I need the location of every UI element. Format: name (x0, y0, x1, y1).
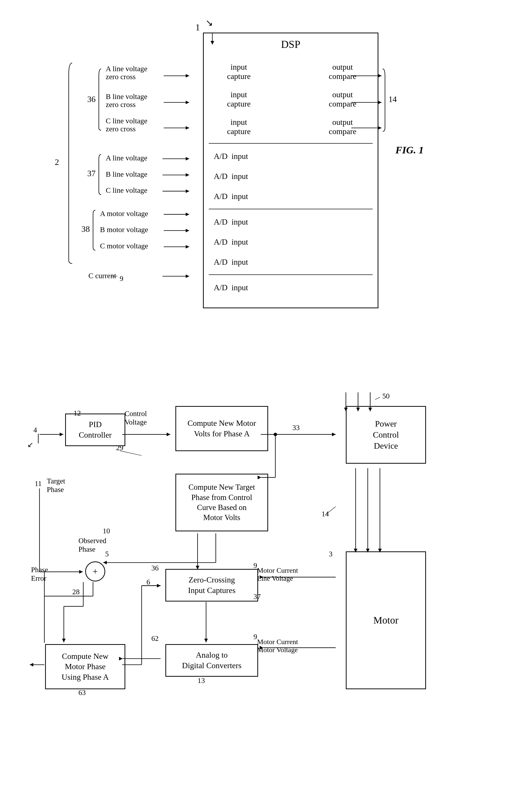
svg-text:zero cross: zero cross (106, 100, 136, 109)
power-control-box: PowerControlDevice (346, 406, 426, 464)
svg-text:Motor Current: Motor Current (257, 638, 298, 646)
input-cap-b: inputcapture (214, 90, 264, 109)
svg-line-48 (120, 451, 141, 455)
dsp-row-b: inputcapture outputcompare (204, 86, 378, 113)
dsp-row-a: inputcapture outputcompare (204, 58, 378, 86)
compute-motor-volts-box: Compute New MotorVolts for Phase A (175, 406, 268, 451)
dsp-row-c: inputcapture outputcompare (204, 113, 378, 140)
input-cap-c: inputcapture (214, 117, 264, 136)
svg-text:Phase: Phase (31, 566, 48, 574)
svg-text:Motor Voltage: Motor Voltage (257, 646, 298, 654)
svg-text:2: 2 (55, 157, 59, 167)
compute-target-phase-box: Compute New TargetPhase from ControlCurv… (175, 474, 268, 531)
fig1-arrow-1: ↘ (206, 18, 213, 28)
pid-controller-box: PIDController (65, 414, 125, 446)
svg-text:A line voltage: A line voltage (106, 65, 147, 73)
output-cmp-c: outputcompare (318, 117, 367, 136)
svg-text:Phase: Phase (47, 486, 64, 493)
motor-box: Motor (346, 551, 426, 689)
dsp-title: DSP (204, 38, 378, 50)
svg-text:↙: ↙ (27, 441, 33, 449)
svg-text:Motor Current: Motor Current (257, 566, 298, 574)
fig1-container: 1 ↘ DSP inputcapture outputcompare input… (20, 15, 512, 366)
dsp-ad-row-1c: A/D input (204, 186, 378, 206)
output-cmp-a: outputcompare (318, 62, 367, 81)
svg-text:Control: Control (125, 410, 147, 418)
fig1-arrow-label: 1 (195, 22, 200, 33)
svg-text:C current: C current (89, 272, 116, 280)
svg-text:6: 6 (147, 578, 150, 586)
svg-text:14: 14 (388, 94, 397, 104)
analog-digital-box: Analog toDigital Converters (165, 644, 258, 677)
dsp-divider-2 (209, 209, 373, 209)
svg-text:36: 36 (151, 564, 159, 572)
svg-text:33: 33 (292, 423, 300, 432)
dsp-box: DSP inputcapture outputcompare inputcapt… (203, 33, 378, 308)
zero-crossing-box: Zero-CrossingInput Captures (165, 569, 258, 602)
svg-text:37: 37 (87, 169, 95, 178)
svg-text:4: 4 (33, 426, 37, 434)
svg-text:10: 10 (103, 527, 110, 535)
svg-text:zero cross: zero cross (106, 73, 136, 81)
svg-text:9: 9 (253, 562, 258, 569)
svg-text:62: 62 (151, 635, 159, 642)
svg-text:28: 28 (72, 588, 80, 596)
svg-point-50 (274, 433, 277, 436)
svg-text:3: 3 (329, 550, 332, 558)
svg-text:Observed: Observed (78, 536, 107, 545)
svg-text:63: 63 (78, 688, 86, 697)
dsp-ad-row-2c: A/D input (204, 252, 378, 272)
svg-text:36: 36 (87, 94, 95, 104)
svg-text:A line voltage: A line voltage (106, 154, 147, 162)
svg-text:A motor voltage: A motor voltage (100, 210, 148, 217)
svg-text:Line Voltage: Line Voltage (257, 574, 293, 582)
svg-text:B line voltage: B line voltage (106, 170, 147, 178)
dsp-ad-row-1b: A/D input (204, 166, 378, 186)
svg-text:11: 11 (35, 479, 42, 488)
svg-text:FIG.  1: FIG. 1 (395, 144, 424, 156)
svg-text:9: 9 (253, 632, 258, 641)
svg-text:Target: Target (47, 477, 65, 485)
svg-text:B motor voltage: B motor voltage (100, 226, 148, 233)
svg-text:38: 38 (81, 224, 90, 233)
svg-text:Phase: Phase (78, 545, 95, 553)
dsp-ad-row-current: A/D input (204, 278, 378, 298)
svg-text:14: 14 (322, 510, 329, 518)
fig2-container: PIDController Compute New MotorVolts for… (20, 381, 512, 795)
svg-text:C line voltage: C line voltage (106, 117, 147, 125)
svg-text:5: 5 (105, 550, 109, 558)
dsp-ad-row-2a: A/D input (204, 212, 378, 232)
dsp-ad-row-2b: A/D input (204, 232, 378, 252)
svg-line-64 (375, 397, 380, 400)
svg-line-58 (326, 507, 336, 514)
svg-text:50: 50 (382, 392, 390, 400)
dsp-divider-1 (209, 143, 373, 144)
svg-text:9: 9 (120, 275, 124, 282)
summing-junction: + (85, 562, 105, 582)
output-cmp-b: outputcompare (318, 90, 367, 109)
svg-text:Voltage: Voltage (125, 418, 147, 426)
svg-text:C line voltage: C line voltage (106, 186, 147, 194)
compute-motor-phase-box: Compute NewMotor PhaseUsing Phase A (45, 644, 125, 689)
svg-text:C motor voltage: C motor voltage (100, 242, 148, 250)
svg-text:Error: Error (31, 574, 46, 582)
input-cap-a: inputcapture (214, 62, 264, 81)
dsp-divider-3 (209, 275, 373, 275)
svg-text:B line voltage: B line voltage (106, 93, 147, 100)
page: 1 ↘ DSP inputcapture outputcompare input… (0, 0, 532, 795)
svg-text:13: 13 (197, 677, 205, 684)
dsp-ad-row-1a: A/D input (204, 146, 378, 166)
svg-text:zero cross: zero cross (106, 125, 136, 133)
